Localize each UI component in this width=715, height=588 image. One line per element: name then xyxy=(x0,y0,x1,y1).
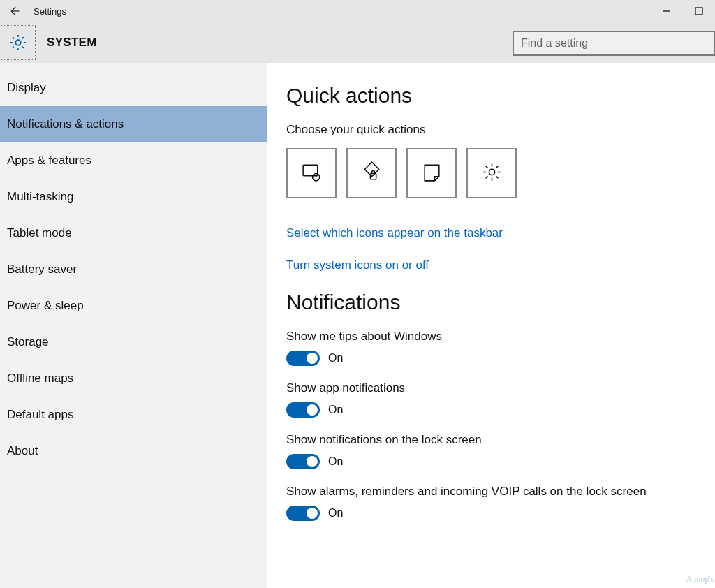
toggle-state: On xyxy=(328,404,343,416)
sidebar-item-multitasking[interactable]: Multi-tasking xyxy=(0,179,267,215)
notifications-heading: Notifications xyxy=(286,291,695,314)
sidebar-item-label: Display xyxy=(7,81,46,95)
content-pane: Quick actions Choose your quick actions xyxy=(267,63,715,588)
settings-gear-icon xyxy=(480,161,503,186)
sidebar-item-label: Storage xyxy=(7,335,49,349)
quick-action-tile-settings[interactable] xyxy=(466,148,517,198)
toggle-label-app-notifications: Show app notifications xyxy=(286,381,695,395)
sidebar-item-about[interactable]: About xyxy=(0,433,267,469)
sidebar-item-label: Tablet mode xyxy=(7,226,72,240)
toggle-app-notifications[interactable] xyxy=(286,402,320,418)
search-input[interactable] xyxy=(513,31,715,56)
sidebar-item-label: Default apps xyxy=(7,408,73,422)
sidebar-item-label: Power & sleep xyxy=(7,299,84,313)
toggle-label-tips: Show me tips about Windows xyxy=(286,330,695,344)
note-icon xyxy=(420,161,443,186)
toggle-tips[interactable] xyxy=(286,351,320,366)
sidebar-item-label: Multi-tasking xyxy=(7,190,73,204)
quick-action-tile-tablet[interactable] xyxy=(286,148,337,198)
toggle-state: On xyxy=(328,455,343,468)
back-button[interactable] xyxy=(0,0,28,22)
maximize-button[interactable] xyxy=(683,0,715,22)
sidebar-item-label: Notifications & actions xyxy=(7,117,124,131)
svg-point-3 xyxy=(15,40,20,45)
sidebar-item-apps[interactable]: Apps & features xyxy=(0,142,267,179)
svg-point-8 xyxy=(489,169,494,175)
sidebar-item-display[interactable]: Display xyxy=(0,70,267,106)
toggle-state: On xyxy=(328,352,343,365)
toggle-label-lock-screen: Show notifications on the lock screen xyxy=(286,433,695,447)
sidebar-item-offline-maps[interactable]: Offline maps xyxy=(0,360,267,397)
toggle-label-alarms: Show alarms, reminders and incoming VOIP… xyxy=(286,485,695,499)
quick-action-tile-rotation[interactable] xyxy=(346,148,397,198)
sidebar: Display Notifications & actions Apps & f… xyxy=(0,63,267,588)
tablet-touch-icon xyxy=(300,161,323,186)
sidebar-item-tablet-mode[interactable]: Tablet mode xyxy=(0,215,267,251)
rotation-lock-icon xyxy=(360,161,383,186)
minimize-button[interactable] xyxy=(651,0,683,22)
toggle-lock-screen[interactable] xyxy=(286,454,320,469)
page-category-title: SYSTEM xyxy=(47,36,97,50)
quick-action-tile-note[interactable] xyxy=(406,148,457,198)
sidebar-item-label: Battery saver xyxy=(7,263,77,277)
svg-rect-6 xyxy=(364,162,378,176)
watermark: Anoop's xyxy=(686,574,714,585)
svg-rect-2 xyxy=(695,8,702,15)
sidebar-item-notifications[interactable]: Notifications & actions xyxy=(0,106,267,142)
quick-actions-subtext: Choose your quick actions xyxy=(286,123,695,137)
taskbar-icons-link[interactable]: Select which icons appear on the taskbar xyxy=(286,226,695,240)
system-icons-link[interactable]: Turn system icons on or off xyxy=(286,258,695,272)
quick-actions-heading: Quick actions xyxy=(286,84,695,108)
sidebar-item-label: Apps & features xyxy=(7,154,91,168)
sidebar-item-label: About xyxy=(7,444,38,458)
system-gear-icon[interactable] xyxy=(1,25,36,60)
sidebar-item-storage[interactable]: Storage xyxy=(0,324,267,360)
window-title: Settings xyxy=(34,6,66,17)
sidebar-item-label: Offline maps xyxy=(7,372,73,385)
toggle-state: On xyxy=(328,507,343,520)
sidebar-item-power[interactable]: Power & sleep xyxy=(0,288,267,324)
sidebar-item-battery[interactable]: Battery saver xyxy=(0,251,267,288)
sidebar-item-default-apps[interactable]: Default apps xyxy=(0,397,267,433)
toggle-alarms[interactable] xyxy=(286,506,320,521)
